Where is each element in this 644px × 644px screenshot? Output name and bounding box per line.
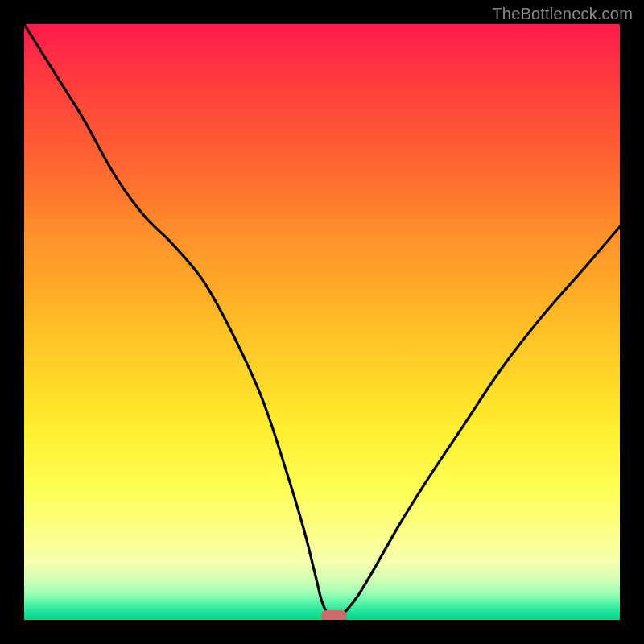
optimal-point-marker [321,610,347,620]
plot-area [24,24,620,620]
watermark-text: TheBottleneck.com [492,5,633,23]
chart-frame: TheBottleneck.com [0,0,644,644]
bottleneck-curve [24,24,620,620]
curve-path [24,24,620,620]
